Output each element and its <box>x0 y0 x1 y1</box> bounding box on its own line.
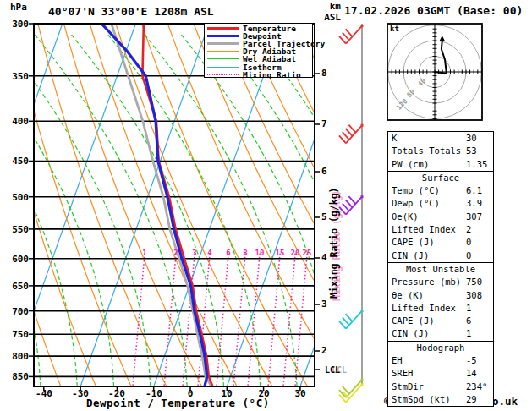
mixing-ratio-value-label: 2 <box>168 249 184 257</box>
km-tick-label: 8 <box>321 68 327 79</box>
table-row-value: 0 <box>466 249 493 262</box>
legend-swatch-wet-adiabat <box>207 58 239 59</box>
pressure-tick-label: 700 <box>3 306 29 317</box>
table-row-label: Lifted Index <box>392 302 466 315</box>
legend-swatch-isotherm <box>207 67 239 68</box>
mixing-ratio-line <box>133 251 145 386</box>
table-section: SurfaceTemp (°C)6.1Dewp (°C)3.9θe(K)307L… <box>388 171 493 262</box>
mixing-ratio-value-label: 8 <box>238 249 253 257</box>
hodograph-trace-arrow <box>439 36 445 41</box>
pressure-tick-label: 650 <box>3 281 29 292</box>
table-section: HodographEH-5SREH14StmDir234°StmSpd (kt)… <box>388 341 493 406</box>
mixing-ratio-line <box>164 251 176 386</box>
wind-barb <box>339 195 364 214</box>
lcl-label: LCL <box>325 364 340 375</box>
km-tick-label: 7 <box>321 118 327 129</box>
table-row-value: 29 <box>466 393 493 406</box>
legend-swatch-dry-adiabat <box>207 51 239 52</box>
table-row-label: Pressure (mb) <box>392 276 466 288</box>
table-row-value: 14 <box>466 367 493 380</box>
table-row-value: 2 <box>466 223 493 236</box>
legend: TemperatureDewpointParcel TrajectoryDry … <box>204 23 313 78</box>
mixing-ratio-value-label: 10 <box>252 249 267 257</box>
pressure-tick-label: 850 <box>3 371 29 382</box>
wind-barb <box>339 124 364 144</box>
table-row-value: 0 <box>466 236 493 249</box>
table-section-header: Hodograph <box>388 342 493 354</box>
pressure-tick-label: 400 <box>3 116 29 127</box>
table-row: Lifted Index2 <box>388 223 493 236</box>
mixing-ratio-value-label: 15 <box>272 249 288 257</box>
mixing-ratio-value-label: 3 <box>187 249 202 257</box>
table-row: StmDir234° <box>388 381 493 393</box>
km-unit-label: km <box>317 1 341 12</box>
mixing-ratio-axis-label: Mixing Ratio (g/kg) <box>328 187 340 299</box>
temperature-tick-label: -40 <box>30 388 58 399</box>
table-row: CAPE (J)0 <box>388 236 493 249</box>
table-row-label: CIN (J) <box>392 249 466 262</box>
legend-swatch-dewpoint <box>207 35 239 37</box>
table-row: Dewp (°C)3.9 <box>388 197 493 210</box>
sounding-curves <box>101 24 212 386</box>
table-row-label: Temp (°C) <box>392 184 466 197</box>
table-row-label: EH <box>392 354 466 367</box>
legend-swatch-mixing-ratio <box>207 74 239 75</box>
legend-label: Mixing Ratio <box>243 71 301 79</box>
table-row: θe(K)307 <box>388 211 493 223</box>
table-section: K30Totals Totals53PW (cm)1.35 <box>388 132 493 171</box>
km-tick-label: 6 <box>321 166 327 177</box>
mixing-ratio-value-label: 25 <box>299 249 315 257</box>
mixing-ratio-value-label: 4 <box>202 249 217 257</box>
pressure-tick-label: 500 <box>3 192 29 203</box>
table-row-label: θe(K) <box>392 211 466 223</box>
pressure-tick-label: 750 <box>3 329 29 340</box>
table-row-value: 750 <box>466 276 493 288</box>
table-section-header: Surface <box>388 172 493 184</box>
km-tick-label: 4 <box>321 252 327 263</box>
table-row: PW (cm)1.35 <box>388 158 493 171</box>
table-row-label: Dewp (°C) <box>392 197 466 210</box>
table-row-label: Totals Totals <box>392 145 466 157</box>
temperature-tick-label: -20 <box>102 388 131 399</box>
mixing-ratio-line <box>248 251 260 386</box>
table-row-value: 6 <box>466 315 493 327</box>
pressure-unit-label: hPa <box>10 2 27 13</box>
table-row-value: 53 <box>466 145 493 157</box>
datetime-label: 17.02.2026 03GMT (Base: 00) <box>344 4 523 17</box>
table-section: Most UnstablePressure (mb)750θe (K)308Li… <box>388 262 493 341</box>
dry-adiabat-line <box>506 24 532 386</box>
table-row-value: 3.9 <box>466 197 493 210</box>
mixing-ratio-line <box>295 251 307 386</box>
table-row: Pressure (mb)750 <box>388 276 493 288</box>
pressure-tick-label: 300 <box>3 19 29 30</box>
asl-unit-label: ASL <box>317 12 341 23</box>
temperature-tick-label: -30 <box>66 388 95 399</box>
legend-swatch-temperature <box>207 27 239 30</box>
indices-table: K30Totals Totals53PW (cm)1.35SurfaceTemp… <box>387 131 494 407</box>
table-row: θe (K)308 <box>388 289 493 302</box>
table-row-label: PW (cm) <box>392 158 466 171</box>
dewpoint-curve <box>101 24 207 386</box>
table-row: StmSpd (kt)29 <box>388 393 493 406</box>
pressure-tick-label: 800 <box>3 351 29 362</box>
table-row-value: -5 <box>466 354 493 367</box>
km-tick-label: 5 <box>321 211 327 222</box>
table-row-label: StmSpd (kt) <box>392 393 466 406</box>
table-row-label: CAPE (J) <box>392 236 466 249</box>
wind-barb <box>339 310 364 329</box>
table-row-label: CAPE (J) <box>392 315 466 327</box>
pressure-tick-label: 450 <box>3 156 29 167</box>
pressure-tick-label: 350 <box>3 71 29 82</box>
skewt-app: hPa 40°07'N 33°00'E 1208m ASL km ASL 17.… <box>0 0 532 411</box>
table-row-value: 1 <box>466 302 493 315</box>
table-section-header: Most Unstable <box>388 263 493 276</box>
table-row: EH-5 <box>388 354 493 367</box>
table-row-value: 308 <box>466 289 493 302</box>
table-row-label: StmDir <box>392 381 466 393</box>
legend-item: Mixing Ratio <box>205 71 312 79</box>
table-row-value: 234° <box>466 381 493 393</box>
temperature-tick-label: 30 <box>286 388 315 399</box>
temperature-tick-label: 10 <box>212 388 241 399</box>
table-row: CIN (J)0 <box>388 249 493 262</box>
mixing-ratio-line <box>283 251 295 386</box>
